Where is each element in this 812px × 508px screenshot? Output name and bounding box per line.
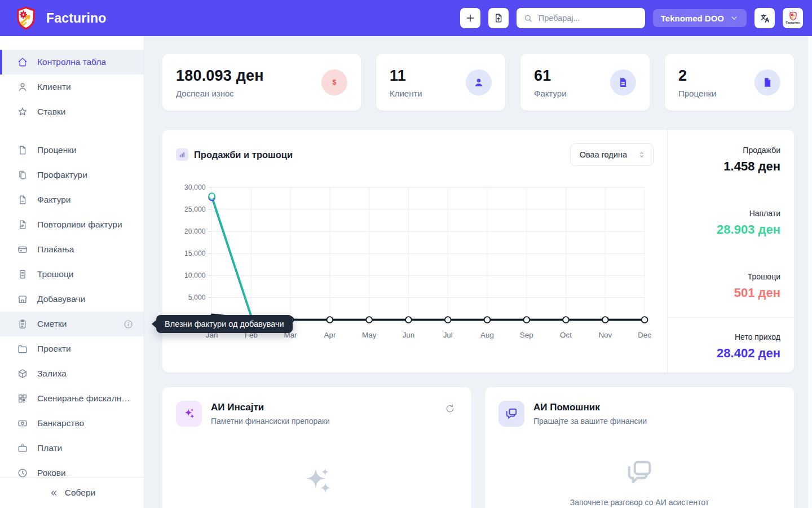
summary-expenses: Трошоци 501 ден [681,272,780,300]
stat-card-invoices: 61Фактури [520,54,650,111]
clients-icon [17,81,28,93]
brand-name: Facturino [46,11,107,26]
financial-summary-panel: Продажби 1.458 ден Наплати 28.903 ден Тр… [667,130,794,373]
sidebar-item-label: Контролна табла [37,57,106,67]
svg-text:20,000: 20,000 [184,227,206,235]
sidebar-item-suppliers[interactable]: Добавувачи [0,287,144,312]
chat-bubbles-icon [498,401,524,427]
sidebar-item-label: Плати [37,443,62,453]
sidebar-item-label: Рокови [37,468,66,477]
document-icon [17,144,28,156]
sidebar-item-payments[interactable]: Плаќања [0,237,144,262]
svg-text:$: $ [333,78,337,86]
search-input[interactable] [537,13,638,23]
create-new-button[interactable] [460,8,480,28]
ai-assistant-title: АИ Помошник [533,401,647,413]
svg-text:10,000: 10,000 [184,271,206,279]
clock-icon [17,467,28,477]
svg-text:30,000: 30,000 [184,183,206,191]
brand-logo[interactable]: Facturino [14,6,107,30]
ai-assistant-card: АИ Помошник Прашајте за вашите финансии … [485,387,794,508]
stat-card-clients: 11Клиенти [376,54,505,111]
briefcase-icon [17,443,28,454]
recurring-invoice-icon [17,219,28,230]
period-select-value: Оваа година [580,150,627,159]
sidebar-item-payroll[interactable]: Плати [0,436,144,461]
sidebar-item-inventory[interactable]: Залиха [0,361,144,386]
svg-text:Jul: Jul [443,331,453,339]
sidebar-collapse-button[interactable]: Собери [0,477,144,508]
sidebar-nav: Контролна таблаКлиентиСтавкиПроценкиПроф… [0,36,144,477]
stat-label: Клиенти [390,89,422,98]
summary-net-income: Нето приход 28.402 ден [681,332,780,361]
svg-text:15,000: 15,000 [184,249,206,257]
sidebar-item-label: Профактури [37,170,87,180]
app-badge-button[interactable]: Facturino [783,8,803,28]
facturino-shield-icon [14,6,38,30]
qr-icon [17,393,28,404]
refresh-button[interactable] [442,401,458,417]
double-chevron-left-icon [48,488,59,498]
company-selector[interactable]: Teknomed DOO [653,9,747,27]
bank-icon [17,418,28,429]
global-search[interactable] [517,8,645,28]
credit-card-icon [17,244,28,255]
sidebar-item-label: Фактури [37,195,71,205]
chart-title: Продажби и трошоци [176,148,293,161]
sidebar-item-projects[interactable]: Проекти [0,336,144,361]
copy-icon [17,169,28,181]
stat-label: Фактури [534,89,567,98]
stat-card-estimates: 2Проценки [665,54,794,111]
top-header: Facturino Teknomed DOO Facturino [0,0,812,36]
invoice-icon [17,194,28,205]
stat-value: 180.093 ден [176,67,264,85]
sidebar-item-expenses[interactable]: Трошоци [0,262,144,287]
sidebar-item-proformas[interactable]: Профактури [0,163,144,187]
box-icon [17,368,28,379]
info-icon[interactable] [123,319,134,330]
sidebar-item-invoices[interactable]: Фактури [0,187,144,212]
import-document-button[interactable] [488,8,509,28]
dollar-icon: $ [321,69,347,95]
sidebar-group: Контролна таблаКлиентиСтавки [0,50,144,124]
search-icon [523,14,533,23]
sidebar-group: ПроценкиПрофактуриФактуриПовторливи факт… [0,138,144,477]
svg-text:May: May [362,331,377,339]
sidebar-item-bills[interactable]: Сметки [0,312,144,336]
sidebar-item-recurring-invoices[interactable]: Повторливи фактури [0,212,144,237]
ai-insights-card: АИ Инсајти Паметни финансиски препораки [162,387,471,508]
sidebar-item-items[interactable]: Ставки [0,99,144,124]
store-icon [17,294,28,305]
app-window: Facturino Teknomed DOO Facturino [0,0,812,508]
sidebar-item-label: Добавувачи [37,294,85,304]
language-button[interactable] [754,8,775,28]
sidebar-item-banking[interactable]: Банкарство [0,411,144,436]
sidebar-item-fiscal-scanning[interactable]: Скенирање фискални ... [0,386,144,411]
sparkles-icon [176,401,202,427]
sidebar-item-estimates[interactable]: Проценки [0,138,144,163]
svg-text:Aug: Aug [480,331,494,339]
clipboard-icon [17,318,28,330]
sidebar-item-label: Плаќања [37,244,74,255]
svg-text:25,000: 25,000 [184,205,206,213]
stat-card-overdue: 180.093 денДоспеан износ$ [162,54,361,111]
sidebar-item-label: Банкарство [37,418,84,428]
stat-value: 2 [678,67,716,85]
document-solid-icon [754,69,780,95]
sidebar-item-dashboard[interactable]: Контролна табла [0,50,144,75]
sidebar-item-deadlines[interactable]: Рокови [0,461,144,477]
bar-chart-icon [176,148,188,161]
chat-empty-icon [623,456,656,489]
scrollbar-track[interactable] [807,36,812,508]
receipt-icon [17,269,28,280]
sidebar-item-label: Проценки [37,145,77,155]
collapse-label: Собери [65,488,95,498]
sidebar-item-clients[interactable]: Клиенти [0,75,144,99]
sidebar-item-label: Залиха [37,369,67,379]
period-select[interactable]: Оваа година [570,143,654,166]
sidebar-item-label: Трошоци [37,269,73,279]
items-icon [17,106,28,117]
sidebar: Контролна таблаКлиентиСтавкиПроценкиПроф… [0,36,144,508]
svg-text:Sep: Sep [520,331,533,339]
plus-icon [465,12,476,24]
